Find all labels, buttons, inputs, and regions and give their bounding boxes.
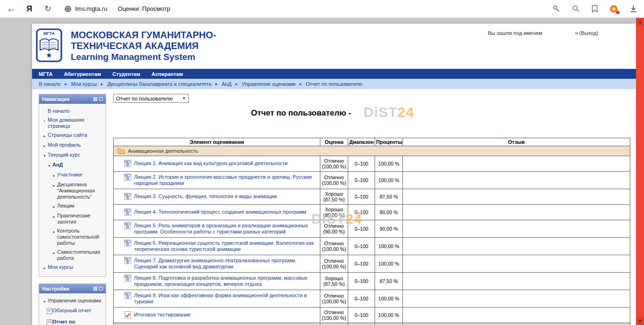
expand-arrow-icon[interactable]: ► — [42, 264, 48, 271]
lesson-icon — [124, 208, 131, 216]
navigation-item[interactable]: ►Мой профиль — [41, 141, 104, 150]
navigation-item[interactable]: В начало — [41, 107, 104, 116]
settings-item[interactable]: Отчет по пользователю — [41, 317, 104, 325]
expand-arrow-icon[interactable]: ► — [51, 228, 57, 235]
navigation-item-label[interactable]: Участники — [57, 172, 82, 178]
search-icon[interactable] — [572, 5, 580, 13]
grade-item-link[interactable]: Лекция 7. Драматургия анимационно-театра… — [134, 258, 317, 270]
mgta-logo[interactable]: МГТА — [36, 28, 62, 64]
grade-row: Лекция 6. Рекреационная сущность туристс… — [114, 238, 630, 255]
navigation-item-label[interactable]: Мой профиль — [48, 142, 81, 148]
nav-item-3[interactable]: Аспирантам — [151, 71, 183, 77]
navigation-item-label[interactable]: Страницы сайта — [48, 132, 87, 138]
navigation-item[interactable]: ▪Моя домашняя страница — [41, 116, 104, 131]
navigation-item[interactable]: ►Мои курсы — [41, 263, 104, 273]
breadcrumb-link[interactable]: Дисциплины бакалавриата и специалитета — [107, 81, 211, 87]
refresh-icon[interactable]: ↻ — [44, 4, 51, 14]
grade-value: Отлично (100,00 %) — [320, 156, 348, 172]
address-bar[interactable]: lms.mgta.ru — [64, 5, 107, 13]
breadcrumb-link[interactable]: В начало — [39, 81, 61, 87]
breadcrumb-link[interactable]: Отчет по пользователю — [306, 81, 362, 87]
navigation-item-label[interactable]: Моя домашняя страница — [48, 117, 103, 129]
globe-icon — [64, 5, 72, 13]
expand-arrow-icon[interactable]: ► — [51, 213, 57, 220]
navigation-item-label[interactable]: АнД — [52, 162, 63, 168]
collapse-arrow-icon[interactable]: ▼ — [42, 152, 48, 159]
nav-item-2[interactable]: Студентам — [112, 71, 140, 77]
expand-arrow-icon[interactable]: ► — [42, 132, 48, 139]
grade-item-link[interactable]: Лекция 3. Сущность, функция, типология и… — [134, 193, 277, 200]
breadcrumb-link[interactable]: АнД — [222, 81, 232, 87]
grade-item-link[interactable]: Лекция 4. Технологический процесс создан… — [134, 209, 306, 215]
report-type-select[interactable]: Отчет по пользователю ▼ — [113, 94, 189, 103]
settings-item[interactable]: ▼Управление оценками — [41, 296, 104, 306]
dist24-watermark: DiST24 — [363, 105, 414, 119]
category-label: Анимационная деятельность — [128, 148, 198, 154]
grade-feedback — [403, 308, 630, 323]
grade-item-link[interactable]: Лекция 8. Подготовка и разработка анимац… — [134, 275, 317, 287]
navigation-item[interactable]: ▼Текущий курс — [41, 150, 104, 160]
block-move-icon[interactable] — [93, 287, 97, 291]
grade-item-link[interactable]: Лекция 2. История и хронология массовых … — [134, 174, 317, 186]
lesson-icon — [124, 292, 131, 299]
report-type-value: Отчет по пользователю — [116, 96, 173, 101]
block-collapse-icon[interactable] — [99, 97, 103, 101]
block-collapse-icon[interactable] — [99, 287, 103, 291]
page-tab-title: Оценки: Просмотр — [117, 5, 170, 12]
quiz-icon — [124, 311, 131, 318]
breadcrumb-link[interactable]: Управление оценками — [242, 81, 296, 87]
navigation-item[interactable]: ►Контроль самостоятельной работы — [41, 226, 104, 248]
grade-feedback — [403, 189, 630, 205]
navigation-item-label[interactable]: В начало — [48, 108, 70, 114]
navigation-item[interactable]: ►Практические занятия — [41, 211, 104, 226]
grade-item-link[interactable]: Лекция 1. Анимация как вид культурно-дос… — [134, 160, 288, 167]
scroll-up-icon[interactable]: ▲ — [636, 18, 644, 26]
course-total-percent: 96,38 % — [375, 323, 403, 325]
navigation-item-label[interactable]: Мои курсы — [48, 264, 73, 270]
page-scrollbar[interactable]: ▲ ▼ — [636, 18, 644, 325]
scrollbar-thumb[interactable] — [636, 26, 644, 144]
grade-item-link[interactable]: Итоговое тестирование — [134, 312, 191, 318]
grade-item-link[interactable]: Лекция 5. Роль аниматоров в организации … — [134, 223, 317, 235]
grade-percent: 100,00 % — [375, 255, 403, 273]
breadcrumb-separator-icon: ► — [64, 82, 68, 86]
breadcrumb-link[interactable]: Мои курсы — [71, 81, 97, 87]
back-icon[interactable]: ← — [7, 3, 16, 14]
navigation-item[interactable]: ►Участники — [41, 170, 104, 180]
password-key-icon[interactable] — [552, 5, 560, 13]
lesson-icon — [124, 160, 131, 167]
nav-item-1[interactable]: Абитуриентам — [64, 71, 101, 77]
expand-arrow-icon[interactable]: ► — [51, 182, 57, 189]
collapse-arrow-icon[interactable]: ▼ — [46, 162, 52, 169]
settings-item-label[interactable]: Отчет по пользователю — [52, 319, 103, 325]
grade-item-link[interactable]: Лекция 6. Рекреационная сущность туристс… — [134, 240, 317, 252]
expand-arrow-icon[interactable]: ► — [51, 172, 57, 179]
bookmark-icon[interactable] — [591, 5, 598, 13]
settings-item-label[interactable]: Обзорный отчет — [52, 308, 91, 314]
expand-arrow-icon[interactable]: ► — [42, 142, 48, 149]
navigation-item[interactable]: ►Лекции — [41, 201, 104, 211]
grade-row: Лекция 1. Анимация как вид культурно-дос… — [114, 156, 630, 172]
block-move-icon[interactable] — [93, 97, 97, 101]
navigation-item-label[interactable]: Текущий курс — [48, 152, 80, 158]
grade-row: Лекция 9. Игра как эффективная форма ани… — [114, 290, 630, 308]
grade-percent: 100,00 % — [375, 238, 403, 255]
login-info: Вы зашли под именем ч (Выход) — [488, 30, 598, 36]
settings-item[interactable]: Обзорный отчет — [41, 306, 104, 317]
download-icon[interactable] — [629, 5, 637, 13]
navigation-item[interactable]: ▼АнД — [41, 160, 104, 170]
navigation-item[interactable]: ►Страницы сайта — [41, 131, 104, 141]
nav-item-0[interactable]: МГТА — [39, 71, 52, 77]
expand-arrow-icon[interactable]: ► — [51, 203, 57, 210]
extension-icon[interactable] — [610, 5, 618, 13]
expand-arrow-icon[interactable]: ► — [51, 249, 57, 256]
grade-item-link[interactable]: Лекция 9. Игра как эффективная форма ани… — [134, 292, 317, 305]
grade-feedback — [403, 238, 630, 255]
scroll-down-icon[interactable]: ▼ — [636, 317, 644, 325]
lms-page: МГТА МОСКОВСКАЯ ГУМАНИТАРНО- ТЕХНИЧЕСКАЯ… — [32, 24, 636, 325]
yandex-logo[interactable]: Я — [26, 4, 32, 14]
logout-link[interactable]: ч (Выход) — [575, 30, 598, 36]
navigation-item[interactable]: ►Дисциплина "Анимационная деятельность" — [41, 180, 104, 201]
navigation-item[interactable]: ►Самостоятельная работа — [41, 248, 104, 263]
collapse-arrow-icon[interactable]: ▼ — [42, 298, 48, 305]
